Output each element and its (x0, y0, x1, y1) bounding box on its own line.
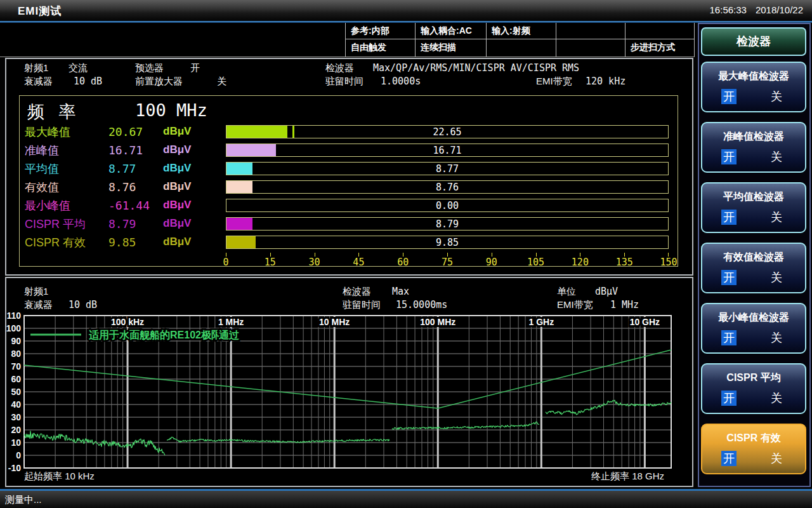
axis-tick-label: 15 (265, 257, 276, 268)
spectrum-panel: 射频1 衰减器 10 dB 检波器 Max 驻留时间 15.0000ms 单位 … (5, 277, 693, 487)
preselector-value: 开 (190, 62, 200, 74)
sidebar-button-label: CISPR 平均 (702, 371, 805, 385)
sidebar-button-label: 最大峰值检波器 (702, 70, 805, 83)
toggle-on[interactable]: 开 (721, 149, 737, 164)
y-axis-label: 30 (11, 412, 21, 422)
dwell-label-2: 驻留时间 (343, 299, 381, 311)
axis-tick-label: 120 (572, 257, 589, 268)
attenuator-value: 10 dB (74, 76, 102, 87)
header-cell-r2-4: 步进扫方式 (625, 39, 695, 57)
x-axis-label: 1 MHz (218, 317, 244, 327)
rf-label-2: 射频1 (24, 286, 48, 298)
spectrum-chart: -100102030405060708090100110100 kHz1 MHz… (0, 312, 674, 474)
header-cell-r1-2: 输入:射频 (487, 23, 556, 39)
toggle-off[interactable]: 关 (771, 330, 782, 345)
toggle-off[interactable]: 关 (771, 89, 782, 104)
detector-row-4: 最小峰值-61.44dBμV0.00 (20, 197, 678, 215)
emi-bw-value-2: 1 MHz (610, 299, 639, 311)
toggle-off[interactable]: 关 (771, 270, 782, 285)
detector-row-value: 16.71 (108, 144, 143, 157)
sidebar-button-label: 平均值检波器 (702, 190, 805, 204)
detector-row-label: 最小峰值 (25, 198, 70, 213)
measured-trace-segment (392, 422, 539, 429)
detector-row-label: 最大峰值 (25, 124, 70, 140)
status-header: 参考:内部输入耦合:AC输入:射频自由触发连续扫描步进扫方式 (0, 23, 695, 57)
axis-tick-label: 45 (353, 257, 364, 268)
y-axis-label: 50 (11, 387, 21, 397)
toggle-on[interactable]: 开 (721, 451, 737, 466)
toggle-on[interactable]: 开 (721, 210, 737, 225)
attenuator-value-2: 10 dB (69, 299, 97, 311)
y-axis-label: 90 (11, 336, 21, 346)
sidebar-button-4[interactable]: 最小峰值检波器开关 (701, 303, 806, 354)
header-cell-r1-4 (625, 23, 695, 39)
detector-bar-value: 9.85 (226, 237, 668, 248)
sidebar-button-3[interactable]: 有效值检波器开关 (701, 243, 806, 293)
legend-pass-label: 通过 (218, 330, 240, 340)
toggle-off[interactable]: 关 (771, 149, 782, 164)
frequency-value: 100 MHz (135, 100, 207, 120)
axis-tick-label: 135 (616, 257, 633, 268)
header-cell-r1-0: 参考:内部 (346, 23, 416, 39)
toggle-off[interactable]: 关 (771, 210, 782, 225)
detector-row-unit: dBμV (163, 180, 191, 193)
x-axis-label: 100 MHz (420, 317, 455, 327)
detector-row-unit: dBμV (163, 162, 191, 175)
detector-row-unit: dBμV (163, 217, 191, 230)
y-axis-label: 20 (11, 425, 21, 435)
legend-limit-label: 适用于水面舰船的RE102极限 (89, 330, 221, 340)
x-axis-label: 100 kHz (111, 317, 144, 327)
detector-bar-value: 22.65 (226, 126, 668, 138)
detector-bar-value: 8.77 (226, 163, 668, 175)
title-bar: EMI测试 16:56:332018/10/22 (0, 0, 812, 21)
detector-row-value: 20.67 (108, 125, 143, 138)
preamp-value: 关 (217, 76, 226, 88)
emi-bw-value: 120 kHz (586, 76, 625, 87)
sidebar-button-6[interactable]: CISPR 有效开关 (701, 424, 806, 474)
emi-bw-label: EMI带宽 (536, 76, 572, 88)
toggle-off[interactable]: 关 (771, 391, 782, 406)
unit-label: 单位 (557, 286, 576, 298)
clock: 16:56:332018/10/22 (701, 4, 803, 15)
detector-bar-value: 8.76 (226, 182, 668, 193)
measurement-rows: 最大峰值20.67dBμV22.65准峰值16.71dBμV16.71平均值8.… (20, 123, 678, 252)
detector-row-3: 有效值8.76dBμV8.76 (20, 178, 678, 197)
toggle-off[interactable]: 关 (771, 451, 782, 466)
detector-sidebar: 检波器 最大峰值检波器开关准峰值检波器开关平均值检波器开关有效值检波器开关最小峰… (698, 23, 811, 487)
toggle-on[interactable]: 开 (721, 89, 737, 104)
header-cell-r2-3 (556, 39, 625, 57)
detector-row-value: 9.85 (108, 236, 136, 249)
sidebar-button-1[interactable]: 准峰值检波器开关 (701, 122, 806, 173)
detector-row-6: CISPR 有效9.85dBμV9.85 (20, 234, 678, 252)
axis-tick-label: 30 (309, 257, 320, 268)
sidebar-button-0[interactable]: 最大峰值检波器开关 (701, 62, 806, 112)
detector-row-unit: dBμV (163, 199, 191, 211)
axis-tick-label: 0 (223, 257, 228, 268)
dwell-label: 驻留时间 (325, 76, 363, 88)
sidebar-button-label: 最小峰值检波器 (702, 311, 805, 324)
detector-bar: 8.79 (226, 217, 669, 231)
time-text: 16:56:33 (710, 4, 747, 15)
preamp-label: 前置放大器 (135, 76, 183, 88)
start-frequency: 起始频率 10 kHz (24, 471, 95, 483)
sidebar-header: 检波器 (701, 27, 806, 56)
axis-tick-label: 105 (527, 257, 544, 268)
detector-row-label: CISPR 平均 (25, 217, 86, 232)
y-axis-label: 70 (11, 361, 21, 371)
toggle-on[interactable]: 开 (721, 270, 737, 285)
detector-row-label: 平均值 (25, 161, 59, 177)
frequency-readout-box: 频 率 100 MHz 最大峰值20.67dBμV22.65准峰值16.71dB… (19, 95, 678, 267)
sidebar-button-5[interactable]: CISPR 平均开关 (701, 363, 806, 414)
toggle-on[interactable]: 开 (721, 330, 737, 345)
preselector-label: 预选器 (135, 62, 164, 74)
stop-frequency: 终止频率 18 GHz (591, 471, 664, 483)
x-axis-label: 10 GHz (630, 317, 660, 327)
detector-value: Max/QP/Av/RMS/MIN/CISPR AV/CISPR RMS (373, 62, 579, 74)
measured-trace-segment (167, 437, 390, 443)
detector-value-2: Max (392, 286, 409, 297)
toggle-on[interactable]: 开 (721, 391, 737, 406)
sidebar-button-2[interactable]: 平均值检波器开关 (701, 182, 806, 233)
on-off-toggle: 开关 (702, 83, 805, 104)
on-off-toggle: 开关 (702, 204, 805, 225)
detector-row-1: 准峰值16.71dBμV16.71 (20, 142, 678, 160)
